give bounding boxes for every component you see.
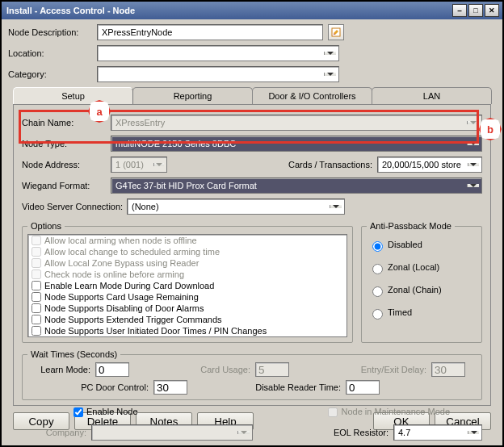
tab-setup[interactable]: Setup — [13, 87, 133, 104]
node-address-combo — [114, 159, 153, 170]
dropdown-arrow-icon[interactable] — [330, 205, 342, 208]
eol-resistor-label: EOL Resistor: — [334, 428, 388, 437]
option-checkbox[interactable] — [32, 292, 41, 302]
tab-lan-label: LAN — [423, 91, 440, 101]
option-checkbox[interactable] — [32, 303, 41, 313]
dropdown-arrow-icon[interactable] — [467, 142, 479, 145]
video-server-label: Video Server Connection: — [22, 202, 127, 211]
entry-exit-delay-input — [431, 362, 465, 377]
option-checkbox — [32, 236, 41, 245]
annotation-a-badge: a — [88, 100, 111, 123]
option-checkbox[interactable] — [32, 326, 41, 336]
entry-exit-delay-label: Entry/Exit Delay: — [330, 365, 426, 374]
category-combo[interactable] — [100, 69, 324, 80]
pc-door-control-label: PC Door Control: — [27, 382, 149, 392]
option-checkbox — [32, 269, 41, 279]
card-usage-label: Card Usage: — [170, 365, 250, 374]
tab-setup-label: Setup — [61, 91, 85, 101]
maximize-button[interactable] — [468, 4, 483, 17]
tab-lan[interactable]: LAN — [372, 87, 492, 104]
apb-zonal-chain-label: Zonal (Chain) — [388, 285, 442, 295]
learn-mode-label: Learn Mode: — [27, 365, 90, 374]
close-button[interactable] — [485, 4, 499, 17]
edit-description-icon[interactable] — [328, 24, 344, 40]
node-type-combo[interactable] — [114, 138, 467, 149]
option-checkbox — [32, 247, 41, 257]
dropdown-arrow-icon — [153, 163, 164, 166]
chain-name-combo — [114, 117, 467, 128]
minimize-button[interactable] — [452, 4, 467, 17]
eol-resistor-combo[interactable] — [397, 427, 468, 438]
company-combo — [94, 427, 237, 438]
wiegand-format-combo[interactable] — [114, 180, 467, 191]
node-type-label: Node Type: — [22, 139, 111, 148]
options-legend: Options — [27, 221, 65, 231]
disable-reader-time-input[interactable] — [346, 380, 380, 395]
node-address-label: Node Address: — [22, 160, 111, 169]
annotation-b-badge: b — [479, 118, 502, 140]
anti-passback-group: Anti-Passback Mode Disabled Zonal (Local… — [361, 221, 482, 343]
wait-times-group: Wait Times (Seconds) Learn Mode: Card Us… — [22, 349, 482, 400]
tab-door-io[interactable]: Door & I/O Controllers — [252, 87, 372, 104]
company-label: Company: — [22, 428, 86, 437]
dropdown-arrow-icon[interactable] — [324, 52, 336, 55]
apb-timed-radio[interactable] — [372, 309, 383, 320]
location-combo[interactable] — [100, 48, 324, 59]
dropdown-arrow-icon — [237, 431, 250, 434]
cards-transactions-combo[interactable] — [380, 159, 468, 170]
options-group: Options Allow local arming when node is … — [22, 221, 353, 343]
location-label: Location: — [8, 48, 97, 58]
option-label: Allow local change to scheduled arming t… — [44, 246, 220, 257]
tab-strip: Setup Reporting Door & I/O Controllers L… — [13, 87, 491, 104]
node-description-label: Node Description: — [8, 27, 97, 37]
option-checkbox[interactable] — [32, 281, 41, 290]
option-label: Node Supports Extended Trigger Commands — [44, 314, 222, 325]
node-description-input[interactable] — [100, 27, 320, 38]
apb-disabled-label: Disabled — [388, 240, 422, 249]
dropdown-arrow-icon — [467, 121, 479, 124]
pc-door-control-input[interactable] — [153, 380, 187, 395]
option-label: Check node is online before arming — [44, 269, 184, 280]
dropdown-arrow-icon[interactable] — [324, 73, 336, 76]
options-list[interactable]: Allow local arming when node is offline … — [27, 234, 347, 337]
option-label: Allow local arming when node is offline — [44, 235, 197, 246]
learn-mode-input[interactable] — [95, 362, 129, 377]
dropdown-arrow-icon[interactable] — [467, 184, 479, 187]
wait-times-legend: Wait Times (Seconds) — [27, 349, 120, 359]
apb-zonal-chain-radio[interactable] — [372, 286, 383, 297]
card-usage-input — [255, 362, 289, 377]
tab-door-io-label: Door & I/O Controllers — [268, 91, 355, 101]
apb-zonal-local-label: Zonal (Local) — [388, 262, 439, 272]
title-bar: Install - Access Control - Node — [2, 2, 502, 19]
option-label: Node Supports User Initiated Door Times … — [44, 325, 267, 336]
option-checkbox — [32, 258, 41, 268]
enable-node-checkbox[interactable] — [74, 407, 83, 417]
setup-panel: a b Chain Name: Node Type: Node Address: — [13, 104, 491, 406]
option-checkbox[interactable] — [32, 315, 41, 324]
category-label: Category: — [8, 69, 97, 79]
apb-disabled-radio[interactable] — [372, 241, 383, 252]
cards-transactions-label: Cards / Transactions: — [288, 160, 372, 169]
disable-reader-time-label: Disable Reader Time: — [220, 382, 341, 392]
video-server-combo[interactable] — [130, 201, 330, 212]
maintenance-mode-label: Node in Maintenance Mode — [341, 407, 450, 416]
tab-reporting-label: Reporting — [174, 91, 212, 101]
option-label: Node Supports Disabling of Door Alarms — [44, 303, 204, 314]
annotation-a-label: a — [96, 106, 102, 118]
annotation-b-label: b — [487, 123, 494, 136]
option-label: Allow Local Zone Bypass using Reader — [44, 257, 199, 269]
option-label: Enable Learn Mode During Card Download — [44, 280, 214, 291]
option-label: Node Supports Card Usage Remaining — [44, 291, 199, 303]
apb-zonal-local-radio[interactable] — [372, 264, 383, 274]
apb-timed-label: Timed — [388, 307, 412, 317]
enable-node-label: Enable Node — [86, 407, 138, 416]
dropdown-arrow-icon[interactable] — [468, 431, 479, 434]
wiegand-format-label: Wiegand Format: — [22, 181, 111, 190]
tab-reporting[interactable]: Reporting — [132, 87, 253, 104]
anti-passback-legend: Anti-Passback Mode — [367, 221, 455, 231]
dropdown-arrow-icon[interactable] — [468, 163, 479, 166]
maintenance-mode-checkbox — [328, 407, 338, 417]
option-label: Supports Intrusion Functionality — [44, 336, 169, 337]
window-title: Install - Access Control - Node — [6, 6, 451, 15]
